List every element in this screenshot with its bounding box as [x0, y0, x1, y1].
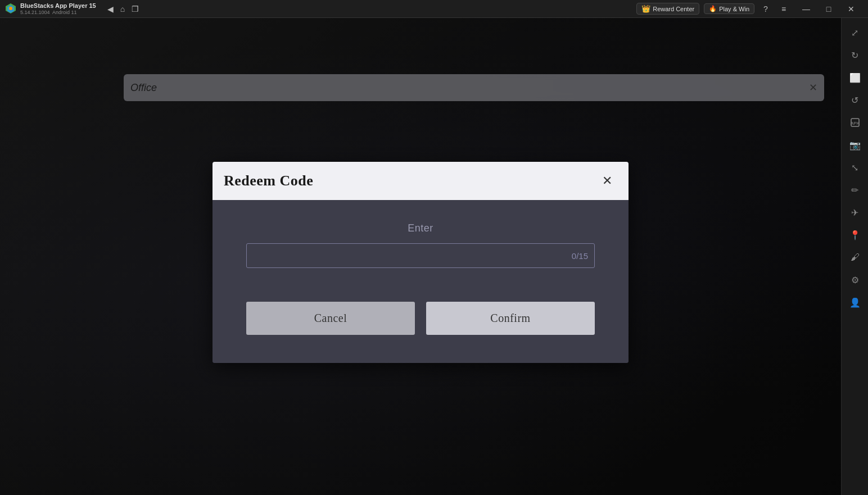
dialog-title: Redeem Code	[224, 172, 313, 189]
titlebar-right: 👑 Reward Center 🔥 Play & Win ? ≡ — □ ✕	[631, 0, 868, 18]
sidebar-location-icon[interactable]: 📍	[845, 225, 865, 245]
maximize-button[interactable]: □	[817, 0, 840, 18]
sidebar-rotate-icon[interactable]: ↻	[845, 45, 865, 65]
bluestacks-logo-icon	[4, 2, 17, 15]
dialog-body: Enter 0/15 Cancel Confirm	[213, 200, 629, 363]
sidebar-scale-icon[interactable]: ⤡	[845, 157, 865, 178]
dialog-footer: Cancel Confirm	[246, 302, 595, 346]
enter-label: Enter	[246, 222, 595, 234]
back-button[interactable]: ◀	[107, 5, 114, 13]
sidebar-settings-icon[interactable]: ⚙	[845, 270, 865, 290]
help-button[interactable]: ?	[759, 2, 772, 16]
app-logo: BlueStacks App Player 15 5.14.21.1004 An…	[0, 2, 101, 16]
titlebar: BlueStacks App Player 15 5.14.21.1004 An…	[0, 0, 868, 18]
sidebar-brush-icon[interactable]: 🖌	[845, 247, 865, 267]
svg-point-2	[9, 7, 12, 10]
code-input[interactable]	[246, 243, 595, 268]
svg-text:APK: APK	[850, 121, 860, 126]
app-name: BlueStacks App Player 15 5.14.21.1004 An…	[20, 2, 96, 16]
home-button[interactable]: ⌂	[120, 5, 125, 13]
sidebar-apk-icon[interactable]: APK	[845, 112, 865, 133]
code-input-wrapper: 0/15	[246, 243, 595, 268]
modal-backdrop: Redeem Code ✕ Enter 0/15 Cancel Confirm	[0, 18, 841, 495]
main-content: Office ✕ Redeem Code ✕ Enter 0/15 Cancel…	[0, 18, 841, 495]
sidebar-refresh-icon[interactable]: ↺	[845, 90, 865, 110]
reward-center-button[interactable]: 👑 Reward Center	[636, 3, 699, 15]
dialog-header: Redeem Code ✕	[213, 162, 629, 200]
window-controls: — □ ✕	[795, 0, 862, 18]
sidebar-expand-icon[interactable]: ⤢	[845, 22, 865, 43]
sidebar-airplane-icon[interactable]: ✈	[845, 202, 865, 222]
sidebar-edit-icon[interactable]: ✏	[845, 180, 865, 200]
app-version: 5.14.21.1004 Android 11	[20, 10, 96, 16]
titlebar-nav: ◀ ⌂ ❐	[101, 5, 146, 13]
menu-button[interactable]: ≡	[777, 2, 790, 16]
sidebar-landscape-icon[interactable]: ⬜	[845, 67, 865, 88]
sidebar-screenshot-icon[interactable]: 📷	[845, 135, 865, 155]
minimize-button[interactable]: —	[795, 0, 817, 18]
cancel-button[interactable]: Cancel	[246, 302, 415, 335]
copy-button[interactable]: ❐	[132, 5, 139, 13]
dialog-close-button[interactable]: ✕	[597, 171, 617, 191]
input-counter: 0/15	[572, 251, 588, 260]
crown-icon: 👑	[641, 4, 650, 13]
fire-icon: 🔥	[709, 5, 717, 12]
confirm-button[interactable]: Confirm	[426, 302, 595, 335]
play-win-button[interactable]: 🔥 Play & Win	[704, 3, 754, 14]
close-button[interactable]: ✕	[840, 0, 862, 18]
sidebar-account-icon[interactable]: 👤	[845, 292, 865, 312]
right-sidebar: ⤢ ↻ ⬜ ↺ APK 📷 ⤡ ✏ ✈ 📍 🖌 ⚙ 👤	[841, 18, 868, 495]
redeem-code-dialog: Redeem Code ✕ Enter 0/15 Cancel Confirm	[213, 162, 629, 363]
